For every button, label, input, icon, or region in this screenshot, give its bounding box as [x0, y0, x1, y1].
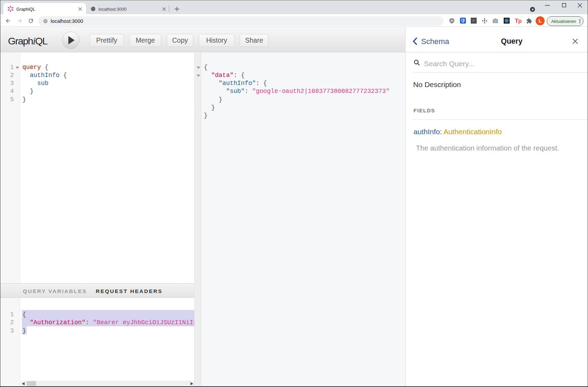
svg-text:UD: UD — [450, 19, 454, 22]
svg-text:P: P — [472, 19, 475, 23]
